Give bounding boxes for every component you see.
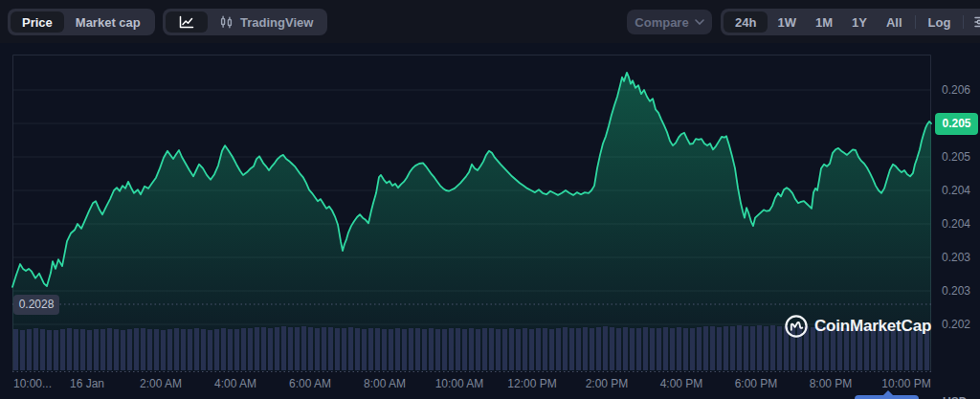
- range-1y[interactable]: 1Y: [842, 11, 877, 33]
- volume-bar: [87, 330, 92, 370]
- x-axis-tick-label: 16 Jan: [70, 377, 104, 390]
- volume-bar: [442, 329, 447, 370]
- volume-bar: [167, 329, 172, 370]
- volume-bar: [650, 328, 655, 370]
- chart-type-toggle: TradingView: [163, 9, 327, 35]
- volume-bar: [275, 327, 279, 370]
- volume-bar: [623, 327, 628, 370]
- range-1m[interactable]: 1M: [806, 11, 842, 33]
- volume-bar: [288, 327, 293, 370]
- x-axis-tick-label: 6:00 PM: [735, 377, 778, 390]
- volume-bar: [737, 325, 742, 370]
- volume-bar: [703, 326, 708, 370]
- volume-bar: [603, 326, 608, 370]
- volume-bar: [94, 329, 99, 370]
- tradingview-button[interactable]: TradingView: [208, 11, 324, 33]
- volume-bar: [590, 328, 594, 370]
- volume-bar: [630, 328, 635, 370]
- divider: [963, 15, 964, 29]
- volume-bar: [335, 328, 340, 370]
- volume-bar: [402, 329, 407, 370]
- price-chart[interactable]: 0.2028 0.2060.2050.2050.2040.2040.2030.2…: [0, 43, 980, 399]
- volume-bar: [757, 325, 762, 370]
- volume-bar: [228, 329, 233, 370]
- price-chart-panel: Price Market cap TradingView Compare 24h…: [0, 0, 980, 399]
- volume-bar: [261, 327, 266, 370]
- x-axis-tick-label: 6:00 AM: [289, 377, 331, 390]
- volume-bar: [750, 326, 755, 370]
- candlestick-icon: [219, 15, 234, 29]
- volume-bar: [697, 327, 702, 370]
- volume-bar: [315, 328, 320, 370]
- volume-bar: [509, 328, 514, 370]
- volume-bar: [121, 330, 125, 370]
- volume-bar: [710, 326, 715, 370]
- chevron-down-icon: [695, 19, 704, 25]
- volume-bar: [54, 330, 58, 370]
- volume-bar: [569, 328, 574, 370]
- tab-market-cap[interactable]: Market cap: [64, 11, 152, 33]
- range-1w[interactable]: 1W: [768, 11, 806, 33]
- volume-bar: [657, 328, 661, 370]
- volume-bar: [764, 326, 768, 370]
- log-scale-toggle[interactable]: Log: [919, 11, 961, 33]
- volume-bar: [777, 326, 782, 370]
- price-area-chart[interactable]: [0, 43, 980, 399]
- volume-bar: [375, 328, 380, 370]
- volume-bar: [449, 328, 454, 370]
- volume-bar: [181, 329, 186, 370]
- volume-bar: [362, 329, 367, 370]
- volume-bar: [281, 326, 286, 370]
- volume-bar: [147, 329, 152, 370]
- volume-bar: [583, 327, 588, 370]
- volume-bar: [462, 329, 467, 370]
- tab-price[interactable]: Price: [11, 11, 64, 33]
- volume-bar: [770, 325, 775, 370]
- volume-bar: [248, 328, 253, 370]
- volume-bar: [429, 328, 434, 370]
- volume-bar: [268, 328, 273, 370]
- chart-settings-button[interactable]: [967, 11, 980, 33]
- volume-bar: [489, 328, 494, 370]
- volume-bar: [174, 328, 179, 370]
- volume-bar: [134, 328, 139, 370]
- volume-bar: [194, 328, 199, 370]
- range-all[interactable]: All: [877, 11, 912, 33]
- volume-bar: [67, 328, 72, 370]
- volume-bar: [523, 328, 527, 370]
- y-axis-tick-label: 0.203: [942, 283, 980, 299]
- sliders-icon: [974, 15, 980, 29]
- metric-toggle: Price Market cap: [8, 9, 155, 35]
- compare-button[interactable]: Compare: [627, 10, 712, 34]
- cmc-watermark: CoinMarketCap: [785, 315, 931, 338]
- volume-bar: [415, 328, 420, 370]
- line-chart-button[interactable]: [166, 11, 208, 33]
- volume-bar: [47, 330, 52, 370]
- y-axis-tick-label: 0.203: [942, 250, 980, 265]
- volume-bar: [643, 327, 648, 370]
- x-axis-tick-label: 8:00 PM: [810, 377, 853, 390]
- volume-bar: [502, 329, 507, 370]
- volume-bar: [382, 329, 387, 370]
- volume-bar: [677, 327, 681, 370]
- usd-unit-label: USD: [943, 395, 967, 399]
- volume-bar: [60, 329, 65, 370]
- y-axis-tick-label: 0.205: [942, 149, 980, 165]
- divider: [915, 15, 916, 29]
- volume-bar: [241, 328, 246, 370]
- volume-bar: [114, 329, 119, 370]
- volume-bar: [389, 329, 393, 370]
- x-axis-tick-label: 10:00 AM: [435, 377, 484, 390]
- volume-bar: [422, 329, 427, 370]
- x-axis-tick-label: 12:00 PM: [507, 377, 556, 390]
- volume-bar: [214, 329, 219, 370]
- volume-bar: [563, 327, 568, 370]
- volume-bar: [496, 329, 501, 370]
- volume-bar: [549, 329, 554, 370]
- cmc-watermark-text: CoinMarketCap: [814, 317, 931, 336]
- range-24h[interactable]: 24h: [724, 11, 768, 33]
- volume-bar: [616, 328, 621, 370]
- volume-bar: [348, 327, 353, 370]
- volume-bar: [368, 328, 373, 370]
- volume-bar: [536, 328, 541, 370]
